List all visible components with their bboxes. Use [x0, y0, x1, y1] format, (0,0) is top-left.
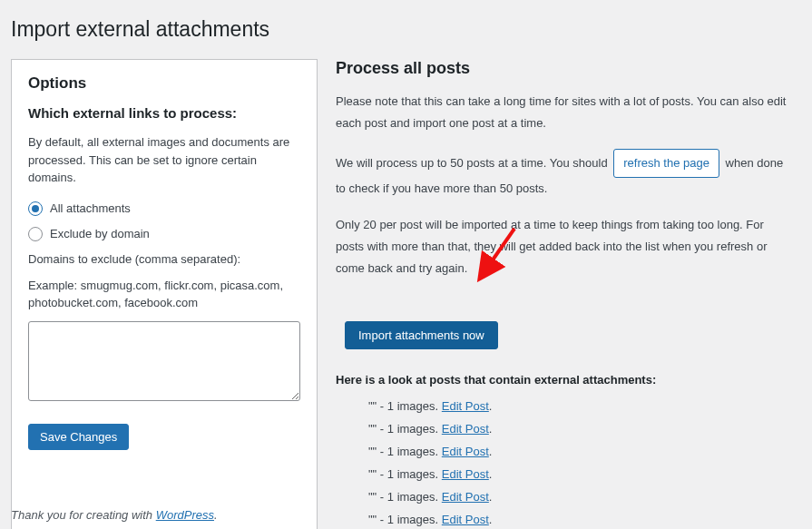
list-item: "" - 1 images. Edit Post. — [368, 490, 794, 504]
post-count: 1 images. — [387, 467, 438, 481]
post-title: "" — [368, 422, 377, 436]
post-count: 1 images. — [387, 422, 438, 436]
note-text: We will process up to 50 posts at a time… — [336, 156, 611, 170]
list-item: "" - 1 images. Edit Post. — [368, 422, 794, 436]
radio-icon — [28, 201, 43, 216]
save-button[interactable]: Save Changes — [28, 424, 129, 450]
post-title: "" — [368, 445, 377, 458]
import-now-button[interactable]: Import attachments now — [345, 321, 498, 349]
sub-heading: Which external links to process: — [28, 105, 300, 121]
options-panel: Options Which external links to process:… — [11, 59, 318, 529]
options-heading: Options — [28, 74, 300, 93]
radio-icon — [28, 227, 43, 241]
refresh-page-button[interactable]: refresh the page — [613, 149, 719, 178]
radio-label: All attachments — [50, 201, 131, 215]
post-title: "" — [368, 467, 377, 481]
wordpress-link[interactable]: WordPress — [156, 508, 214, 522]
edit-post-link[interactable]: Edit Post — [442, 490, 489, 504]
footer-text: Thank you for creating with — [11, 508, 156, 522]
posts-look-heading: Here is a look at posts that contain ext… — [336, 373, 794, 387]
edit-post-link[interactable]: Edit Post — [442, 422, 489, 436]
domains-label: Domains to exclude (comma separated): — [28, 252, 300, 266]
footer-text: . — [214, 508, 218, 522]
note-refresh: We will process up to 50 posts at a time… — [336, 149, 794, 200]
edit-post-link[interactable]: Edit Post — [442, 399, 489, 413]
post-count: 1 images. — [387, 399, 438, 413]
list-item: "" - 1 images. Edit Post. — [368, 445, 794, 458]
domains-textarea[interactable] — [28, 321, 300, 401]
list-item: "" - 1 images. Edit Post. — [368, 399, 794, 413]
edit-post-link[interactable]: Edit Post — [442, 467, 489, 481]
domains-example: Example: smugmug.com, flickr.com, picasa… — [28, 277, 300, 312]
process-heading: Process all posts — [336, 59, 794, 78]
page-title: Import external attachments — [11, 9, 794, 45]
note-longtime: Please note that this can take a long ti… — [336, 91, 794, 134]
edit-post-link[interactable]: Edit Post — [442, 513, 489, 526]
post-count: 1 images. — [387, 490, 438, 504]
list-item: "" - 1 images. Edit Post. — [368, 467, 794, 481]
footer-credit: Thank you for creating with WordPress. — [11, 508, 218, 522]
post-count: 1 images. — [387, 513, 438, 526]
post-title: "" — [368, 490, 377, 504]
note-limit: Only 20 per post will be imported at a t… — [336, 214, 794, 279]
radio-label: Exclude by domain — [50, 227, 150, 240]
post-title: "" — [368, 513, 377, 526]
process-panel: Process all posts Please note that this … — [336, 59, 794, 529]
post-count: 1 images. — [387, 445, 438, 458]
options-description: By default, all external images and docu… — [28, 133, 300, 187]
radio-all-attachments[interactable]: All attachments — [28, 201, 300, 216]
edit-post-link[interactable]: Edit Post — [442, 445, 489, 458]
post-title: "" — [368, 399, 377, 413]
list-item: "" - 1 images. Edit Post. — [368, 513, 794, 526]
radio-exclude-domain[interactable]: Exclude by domain — [28, 227, 300, 241]
posts-list: "" - 1 images. Edit Post. "" - 1 images.… — [336, 399, 794, 526]
